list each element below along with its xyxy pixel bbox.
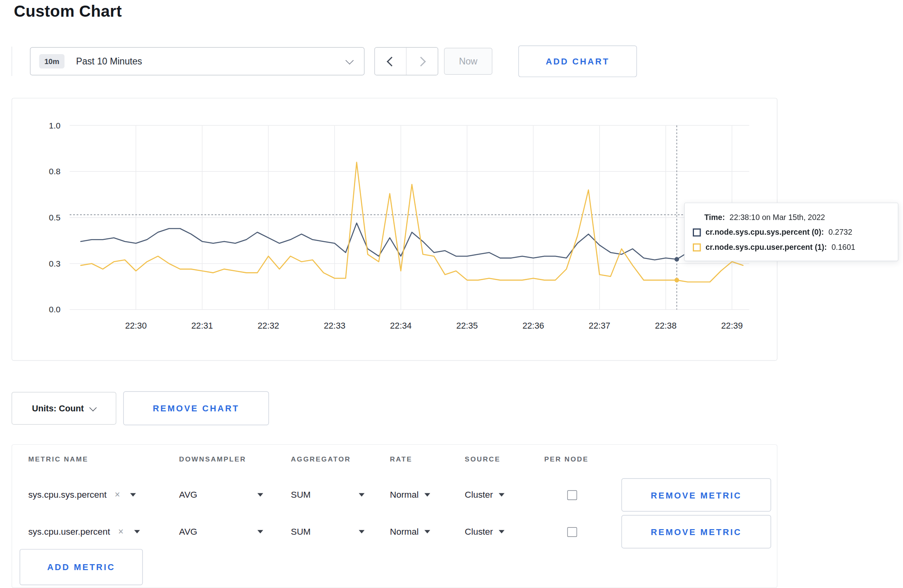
now-button[interactable]: Now (444, 48, 493, 75)
time-nav-group (374, 47, 438, 76)
chart-tooltip: Time: 22:38:10 on Mar 15th, 2022 cr.node… (684, 202, 898, 261)
downsampler-value: AVG (179, 490, 197, 500)
per-node-checkbox[interactable] (567, 490, 577, 500)
caret-down-icon (499, 493, 504, 497)
chart-footer: Units: Count REMOVE CHART (12, 391, 269, 425)
downsampler-value: AVG (179, 526, 197, 537)
clear-metric-icon[interactable]: × (118, 527, 124, 536)
column-header-per-node: PER NODE (544, 455, 588, 463)
tooltip-series-value: 0.1601 (831, 243, 855, 251)
tooltip-time-row: Time: 22:38:10 on Mar 15th, 2022 (693, 213, 889, 222)
column-header-metric-name: METRIC NAME (28, 455, 88, 463)
caret-down-icon (131, 493, 136, 497)
per-node-cell (567, 478, 577, 512)
remove-metric-cell: REMOVE METRIC (622, 478, 771, 512)
caret-down-icon (258, 493, 263, 497)
svg-text:22:38: 22:38 (655, 321, 676, 331)
toolbar-divider (12, 47, 12, 76)
chevron-down-icon (346, 56, 354, 64)
column-header-rate: RATE (390, 455, 412, 463)
chart-card: 1.00.80.50.30.022:3022:3122:3222:3322:34… (12, 98, 778, 361)
svg-text:0.3: 0.3 (49, 259, 61, 268)
metrics-table-header: METRIC NAME DOWNSAMPLER AGGREGATOR RATE … (12, 455, 777, 468)
svg-text:22:39: 22:39 (721, 321, 743, 331)
remove-metric-button[interactable]: REMOVE METRIC (622, 478, 771, 512)
metric-name-select[interactable]: sys.cpu.user.percent × (28, 515, 140, 549)
series-sys-swatch-icon (693, 228, 701, 236)
downsampler-select[interactable]: AVG (179, 515, 263, 549)
table-row: sys.cpu.user.percent × AVG SUM Normal Cl… (12, 515, 777, 549)
aggregator-select[interactable]: SUM (291, 478, 364, 512)
clear-metric-icon[interactable]: × (115, 490, 120, 499)
downsampler-select[interactable]: AVG (179, 478, 263, 512)
rate-value: Normal (390, 490, 418, 500)
column-header-aggregator: AGGREGATOR (291, 455, 351, 463)
caret-down-icon (424, 530, 430, 533)
units-select[interactable]: Units: Count (12, 392, 116, 424)
aggregator-select[interactable]: SUM (291, 515, 364, 549)
per-node-checkbox[interactable] (567, 527, 577, 537)
table-row: sys.cpu.sys.percent × AVG SUM Normal Clu… (12, 478, 777, 512)
remove-metric-cell: REMOVE METRIC (622, 515, 771, 549)
caret-down-icon (258, 530, 263, 533)
tooltip-series-label: cr.node.sys.cpu.sys.percent (0): (706, 228, 824, 237)
column-header-downsampler: DOWNSAMPLER (179, 455, 246, 463)
source-value: Cluster (465, 490, 493, 500)
add-chart-button[interactable]: ADD CHART (518, 45, 637, 77)
chevron-right-icon (416, 56, 426, 66)
svg-text:0.0: 0.0 (49, 305, 61, 314)
svg-text:22:31: 22:31 (192, 321, 213, 331)
tooltip-series-value: 0.2732 (829, 228, 852, 237)
svg-text:22:34: 22:34 (390, 321, 412, 331)
rate-value: Normal (390, 526, 418, 537)
tooltip-series-row: cr.node.sys.cpu.user.percent (1): 0.1601 (693, 243, 889, 251)
time-range-label: Past 10 Minutes (76, 56, 142, 66)
source-select[interactable]: Cluster (465, 515, 504, 549)
remove-chart-button[interactable]: REMOVE CHART (123, 391, 269, 425)
svg-text:22:33: 22:33 (324, 321, 345, 331)
chevron-down-icon (90, 404, 97, 411)
caret-down-icon (424, 493, 430, 497)
rate-select[interactable]: Normal (390, 515, 430, 549)
tooltip-time-label: Time: (704, 213, 725, 222)
caret-down-icon (134, 530, 139, 533)
source-value: Cluster (465, 526, 493, 537)
remove-metric-button[interactable]: REMOVE METRIC (622, 515, 771, 549)
svg-text:0.5: 0.5 (49, 213, 61, 222)
metric-name-select[interactable]: sys.cpu.sys.percent × (28, 478, 136, 512)
per-node-cell (567, 515, 577, 549)
svg-text:22:37: 22:37 (589, 321, 610, 331)
metrics-table: METRIC NAME DOWNSAMPLER AGGREGATOR RATE … (12, 444, 778, 588)
source-select[interactable]: Cluster (465, 478, 504, 512)
series-user-swatch-icon (693, 243, 701, 251)
caret-down-icon (359, 530, 364, 533)
tooltip-series-label: cr.node.sys.cpu.user.percent (1): (706, 243, 827, 251)
svg-text:1.0: 1.0 (49, 121, 61, 130)
metric-name-label: sys.cpu.user.percent (28, 526, 110, 537)
svg-text:0.8: 0.8 (49, 167, 61, 176)
svg-text:22:30: 22:30 (125, 321, 147, 331)
aggregator-value: SUM (291, 526, 311, 537)
chart-toolbar: 10m Past 10 Minutes Now ADD CHART (12, 46, 637, 77)
metric-name-label: sys.cpu.sys.percent (28, 490, 107, 500)
next-time-button[interactable] (406, 48, 438, 75)
cpu-usage-chart[interactable]: 1.00.80.50.30.022:3022:3122:3222:3322:34… (12, 98, 778, 361)
svg-text:22:32: 22:32 (258, 321, 279, 331)
page-title: Custom Chart (14, 2, 122, 21)
units-select-label: Units: Count (32, 403, 84, 413)
tooltip-time-value: 22:38:10 on Mar 15th, 2022 (729, 213, 825, 222)
column-header-source: SOURCE (465, 455, 500, 463)
svg-text:22:35: 22:35 (456, 321, 478, 331)
svg-text:22:36: 22:36 (522, 321, 544, 331)
prev-time-button[interactable] (375, 48, 406, 75)
caret-down-icon (499, 530, 504, 533)
add-metric-button[interactable]: ADD METRIC (20, 549, 143, 585)
caret-down-icon (359, 493, 364, 497)
time-range-badge: 10m (39, 54, 64, 68)
chevron-left-icon (387, 56, 397, 66)
tooltip-series-row: cr.node.sys.cpu.sys.percent (0): 0.2732 (693, 228, 889, 237)
time-range-select[interactable]: 10m Past 10 Minutes (30, 47, 364, 76)
rate-select[interactable]: Normal (390, 478, 430, 512)
aggregator-value: SUM (291, 490, 311, 500)
